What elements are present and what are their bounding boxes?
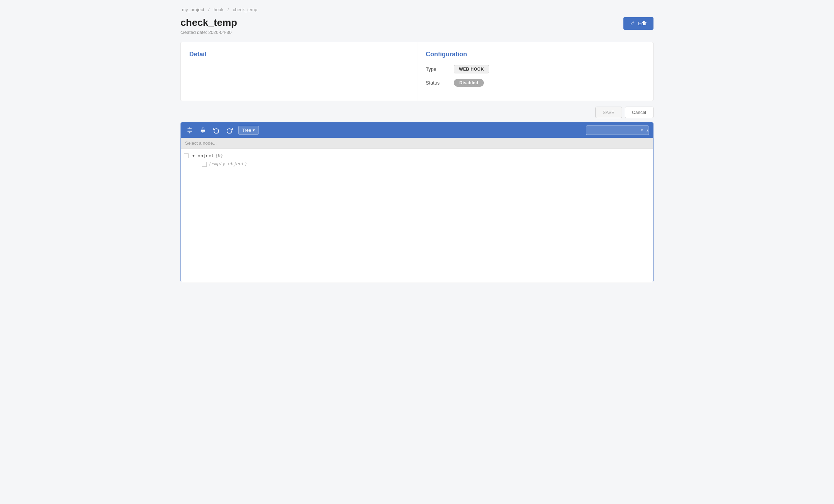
tree-node-child: (empty object) <box>181 160 653 168</box>
redo-button[interactable] <box>225 127 234 134</box>
breadcrumb-sep-1: / <box>208 7 211 12</box>
child-checkbox[interactable] <box>202 162 207 167</box>
status-badge: Disabled <box>454 79 484 87</box>
svg-rect-0 <box>188 130 192 130</box>
status-label: Status <box>426 80 454 86</box>
search-input[interactable] <box>592 128 637 133</box>
search-prev-button[interactable]: ▼ <box>639 128 644 133</box>
svg-rect-2 <box>188 131 192 131</box>
svg-rect-5 <box>201 129 205 129</box>
breadcrumb: my_project / hook / check_temp <box>181 7 653 12</box>
json-editor-toolbar: Tree ▾ ▼ ▲ <box>181 123 653 138</box>
breadcrumb-part-2[interactable]: hook <box>213 7 223 12</box>
search-controls: ▼ ▲ <box>639 128 650 133</box>
json-editor: Tree ▾ ▼ ▲ Select a node... <box>181 122 653 282</box>
root-toggle[interactable]: ▼ <box>191 153 196 159</box>
breadcrumb-sep-2: / <box>227 7 230 12</box>
child-empty: (empty object) <box>209 161 247 167</box>
svg-marker-9 <box>202 132 204 133</box>
page-header: check_temp created date: 2020-04-30 Edit <box>181 17 653 35</box>
redo-icon <box>226 127 233 134</box>
tree-dropdown-arrow: ▾ <box>253 128 255 133</box>
svg-marker-4 <box>189 127 190 129</box>
root-checkbox[interactable] <box>184 153 189 158</box>
action-bar: SAVE Cancel <box>181 107 653 118</box>
configuration-card: Configuration Type WEB HOOK Status Disab… <box>417 42 653 101</box>
undo-icon <box>213 127 219 134</box>
edit-button-label: Edit <box>638 21 646 26</box>
search-box: ▼ ▲ <box>586 125 649 135</box>
breadcrumb-part-1[interactable]: my_project <box>182 7 204 12</box>
search-next-button[interactable]: ▲ <box>645 128 650 133</box>
svg-rect-6 <box>201 130 205 131</box>
detail-card-title: Detail <box>189 51 409 58</box>
root-meta: {0} <box>215 153 223 158</box>
status-row: Status Disabled <box>426 79 645 87</box>
tree-view-dropdown[interactable]: Tree ▾ <box>238 126 259 135</box>
expand-all-icon <box>200 127 206 134</box>
edit-icon <box>630 21 635 26</box>
save-button[interactable]: SAVE <box>595 107 622 118</box>
collapse-all-icon <box>186 127 193 134</box>
svg-marker-8 <box>202 127 204 129</box>
svg-rect-1 <box>188 128 192 129</box>
created-date-value: 2020-04-30 <box>208 30 232 35</box>
node-select-bar: Select a node... <box>181 138 653 149</box>
expand-all-button[interactable] <box>198 127 207 134</box>
node-select-placeholder: Select a node... <box>185 141 217 146</box>
root-key: object <box>198 153 214 159</box>
json-tree-area: ▼ object {0} (empty object) <box>181 149 653 282</box>
cancel-button[interactable]: Cancel <box>625 107 653 118</box>
page-title-section: check_temp created date: 2020-04-30 <box>181 17 237 35</box>
type-row: Type WEB HOOK <box>426 65 645 73</box>
undo-button[interactable] <box>212 127 221 134</box>
created-date-label: created date: <box>181 30 207 35</box>
collapse-all-button[interactable] <box>185 127 194 134</box>
type-label: Type <box>426 66 454 72</box>
svg-marker-3 <box>189 132 190 134</box>
tree-node-root: ▼ object {0} <box>181 152 653 160</box>
created-date: created date: 2020-04-30 <box>181 30 237 35</box>
detail-card: Detail <box>181 42 417 101</box>
edit-button[interactable]: Edit <box>623 17 653 30</box>
breadcrumb-part-3[interactable]: check_temp <box>233 7 257 12</box>
tree-dropdown-label: Tree <box>242 128 251 133</box>
page-title: check_temp <box>181 17 237 28</box>
type-badge: WEB HOOK <box>454 65 489 73</box>
cards-row: Detail Configuration Type WEB HOOK Statu… <box>181 42 653 101</box>
configuration-card-title: Configuration <box>426 51 645 58</box>
svg-rect-7 <box>201 131 205 132</box>
